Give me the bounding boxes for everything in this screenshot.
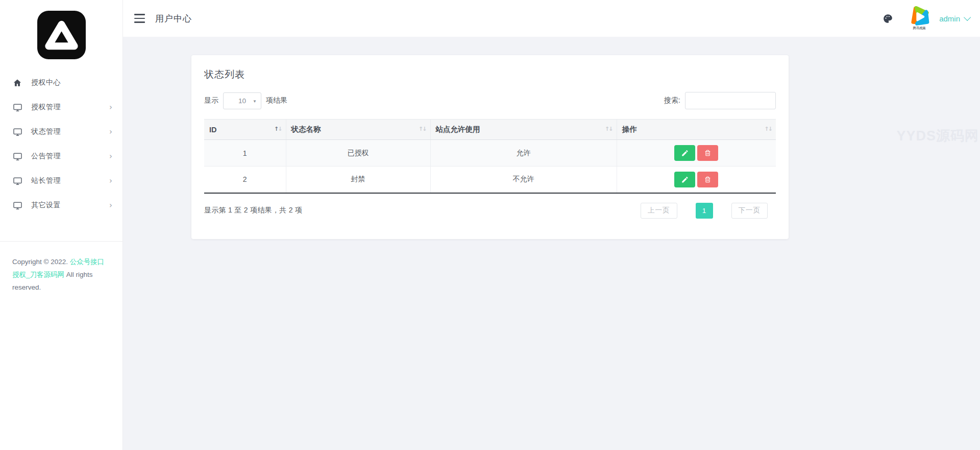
sidebar-item-label: 状态管理 [31,127,109,136]
status-list-card: 状态列表 显示 10 ▼ 项结果 搜索: [191,55,789,239]
sidebar-nav: 授权中心 授权管理 › 状态管理 › 公告管理 › [0,70,122,218]
watermark: YYDS源码网 [896,127,979,145]
column-header-actions[interactable]: 操作 ↑↓ [617,120,776,140]
trash-icon [704,149,712,157]
pencil-icon [681,149,689,157]
sidebar-item-other-settings[interactable]: 其它设置 › [0,193,122,218]
avatar[interactable]: 腾讯视频 [906,5,932,32]
chevron-right-icon: › [109,104,112,111]
chevron-down-icon [964,14,971,21]
palette-icon [883,13,893,24]
sidebar-item-label: 其它设置 [31,201,109,210]
column-label: 操作 [622,125,637,133]
chevron-right-icon: › [109,128,112,136]
chevron-right-icon: › [109,177,112,185]
chevron-right-icon: › [109,202,112,209]
copyright-text: Copyright © 2022. 公众号接口授权_刀客源码网 All righ… [0,242,122,294]
monitor-icon [12,200,22,210]
cell-id: 1 [204,140,286,167]
pagination: 上一页 1 下一页 [641,203,768,219]
sidebar-item-label: 公告管理 [31,152,109,161]
sidebar-item-label: 授权管理 [31,103,109,112]
column-label: ID [209,126,217,134]
column-header-site-allowed[interactable]: 站点允许使用 ↑↓ [430,120,617,140]
column-header-id[interactable]: ID ↑↓ [204,120,286,140]
sidebar-item-label: 授权中心 [31,78,112,87]
cell-actions [617,167,776,193]
sidebar-item-auth-manage[interactable]: 授权管理 › [0,95,122,120]
monitor-icon [12,127,22,137]
logo[interactable] [0,0,122,59]
column-label: 站点允许使用 [436,125,480,133]
sidebar-item-announce-manage[interactable]: 公告管理 › [0,144,122,169]
table-row: 2 封禁 不允许 [204,167,776,193]
cell-status-name: 已授权 [286,140,430,167]
next-page-button[interactable]: 下一页 [731,203,768,219]
monitor-icon [12,176,22,186]
sidebar: 授权中心 授权管理 › 状态管理 › 公告管理 › [0,0,123,450]
search-label: 搜索: [664,96,680,105]
drive-logo-icon [37,11,86,59]
sort-icon: ↑↓ [765,126,772,132]
sort-icon: ↑↓ [274,126,281,132]
pencil-icon [681,176,689,183]
cell-site-allowed: 允许 [430,140,617,167]
sidebar-item-label: 站长管理 [31,176,109,185]
prev-page-button[interactable]: 上一页 [641,203,677,219]
length-label-before: 显示 [204,96,218,105]
edit-button[interactable] [674,145,695,161]
sidebar-item-auth-center[interactable]: 授权中心 [0,70,122,95]
edit-button[interactable] [674,172,695,187]
sort-icon: ↑↓ [605,126,612,132]
search-input[interactable] [685,92,776,109]
card-title: 状态列表 [204,68,776,81]
chevron-right-icon: › [109,153,112,160]
tencent-video-logo-icon [908,5,931,28]
trash-icon [704,176,712,183]
monitor-icon [12,151,22,161]
delete-button[interactable] [697,172,718,187]
length-value: 10 [238,97,246,105]
cell-status-name: 封禁 [286,167,430,193]
username: admin [939,14,960,23]
page-title: 用户中心 [155,13,192,25]
cell-actions [617,140,776,167]
content-area: YYDS源码网 状态列表 显示 10 ▼ 项结果 搜索: [123,37,980,450]
delete-button[interactable] [697,145,718,161]
sort-icon: ↑↓ [419,126,426,132]
table-header-row: ID ↑↓ 状态名称 ↑↓ 站点允许使用 ↑↓ 操作 [204,120,776,140]
copyright-prefix: Copyright © 2022. [12,258,70,266]
page-length-control: 显示 10 ▼ 项结果 [204,92,287,109]
sidebar-item-webmaster-manage[interactable]: 站长管理 › [0,169,122,193]
user-dropdown[interactable]: admin [939,14,969,23]
page-number-button[interactable]: 1 [696,203,713,219]
theme-palette-button[interactable] [880,11,895,26]
home-icon [12,78,22,88]
avatar-caption: 腾讯视频 [913,26,926,31]
status-table: ID ↑↓ 状态名称 ↑↓ 站点允许使用 ↑↓ 操作 [204,119,776,194]
menu-toggle-icon[interactable] [133,13,146,23]
table-info: 显示第 1 至 2 项结果，共 2 项 [204,206,302,215]
monitor-icon [12,102,22,112]
search-control: 搜索: [664,92,776,109]
sidebar-item-status-manage[interactable]: 状态管理 › [0,120,122,144]
cell-id: 2 [204,167,286,193]
column-header-status-name[interactable]: 状态名称 ↑↓ [286,120,430,140]
length-select[interactable]: 10 ▼ [223,92,261,109]
table-row: 1 已授权 允许 [204,140,776,167]
cell-site-allowed: 不允许 [430,167,617,193]
length-label-after: 项结果 [266,96,287,105]
column-label: 状态名称 [291,125,321,133]
topbar: 用户中心 腾讯视频 [123,0,980,37]
select-caret-icon: ▼ [253,99,257,104]
